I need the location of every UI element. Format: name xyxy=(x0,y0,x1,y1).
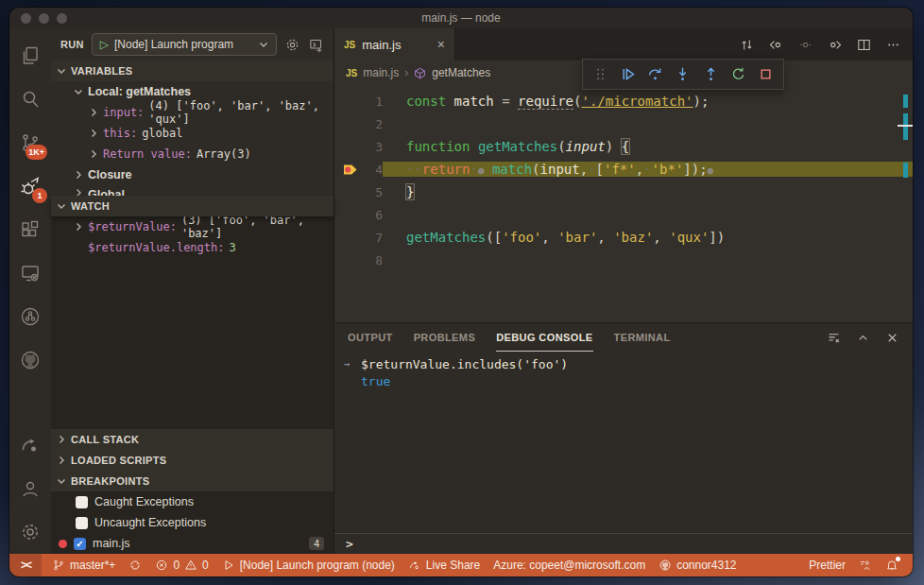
launch-config-dropdown[interactable]: ▷ [Node] Launch program xyxy=(92,33,277,56)
more-actions-icon[interactable] xyxy=(885,37,901,53)
clear-console-icon[interactable] xyxy=(827,331,841,345)
breakpoint-gutter[interactable] xyxy=(339,163,362,177)
panel-tab-terminal[interactable]: TERMINAL xyxy=(614,323,671,352)
tree-row[interactable]: Global xyxy=(51,185,334,196)
tree-row[interactable]: $returnValue:(3) ['foo', 'bar', 'baz'] xyxy=(51,216,334,237)
window-title: main.js — node xyxy=(9,11,913,25)
restart-icon[interactable] xyxy=(729,65,747,83)
stop-icon[interactable] xyxy=(757,65,775,83)
breakpoint-label: Caught Exceptions xyxy=(94,495,194,508)
remote-explorer-icon[interactable] xyxy=(9,251,51,295)
line-number: 3 xyxy=(362,140,383,154)
step-into-icon[interactable] xyxy=(674,65,692,83)
git-branch-status[interactable]: master*+ xyxy=(45,554,122,576)
code-line[interactable]: 8 xyxy=(334,249,913,271)
console-prompt-icon: > xyxy=(346,537,353,551)
extensions-icon[interactable] xyxy=(9,208,51,251)
open-changes-icon[interactable] xyxy=(739,37,755,53)
chevron-down-icon xyxy=(74,87,83,96)
code-line[interactable]: 5 } xyxy=(334,181,913,203)
tree-row[interactable]: Return value:Array(3) xyxy=(51,144,334,164)
tree-row[interactable]: $returnValue.length:3 xyxy=(51,237,334,258)
breakpoint-count-badge: 4 xyxy=(309,537,324,550)
call-stack-section-header[interactable]: CALL STACK xyxy=(51,429,334,450)
code-line[interactable]: 7 getMatches(['foo', 'bar', 'baz', 'qux'… xyxy=(334,226,913,249)
code-line[interactable]: 1 const match = require('./micromatch'); xyxy=(334,90,913,112)
watch-section-header[interactable]: WATCH xyxy=(51,196,334,216)
split-editor-icon[interactable] xyxy=(856,37,872,53)
breakpoint-checkbox[interactable] xyxy=(76,496,88,508)
drag-handle-icon[interactable] xyxy=(591,65,609,83)
settings-gear-icon[interactable] xyxy=(9,510,51,554)
search-icon[interactable] xyxy=(9,77,51,121)
accounts-icon[interactable] xyxy=(9,467,51,510)
live-share-status[interactable]: Live Share xyxy=(402,554,487,576)
breadcrumb-separator: › xyxy=(404,66,408,79)
loaded-scripts-section-header[interactable]: LOADED SCRIPTS xyxy=(51,450,334,471)
breakpoint-row[interactable]: ✓ main.js 4 xyxy=(51,533,334,554)
variables-section-header[interactable]: VARIABLES xyxy=(51,60,334,81)
tree-row[interactable]: input:(4) ['foo', 'bar', 'baz', 'qux'] xyxy=(51,102,334,123)
debug-console-output[interactable]: →$returnValue.includes('foo') true xyxy=(334,352,913,533)
explorer-icon[interactable] xyxy=(9,34,51,77)
close-tab-icon[interactable]: × xyxy=(437,37,445,52)
breadcrumb-file[interactable]: main.js xyxy=(363,66,399,79)
github-account-status[interactable]: connor4312 xyxy=(652,554,743,576)
code-line[interactable]: 4 ··return·● match(input,·['f*',·'b*']);… xyxy=(334,158,913,181)
step-out-icon[interactable] xyxy=(702,65,720,83)
continue-icon[interactable] xyxy=(619,65,637,83)
sync-status[interactable] xyxy=(122,554,148,576)
start-debug-icon[interactable]: ▷ xyxy=(100,38,109,51)
navigate-back-icon[interactable] xyxy=(768,37,784,53)
console-line[interactable]: true xyxy=(334,372,913,389)
breakpoint-checkbox[interactable]: ✓ xyxy=(74,538,86,550)
live-share-icon xyxy=(408,559,421,572)
source-control-icon[interactable]: 1K+ xyxy=(9,121,51,164)
panel-tab-debug-console[interactable]: DEBUG CONSOLE xyxy=(496,323,592,352)
run-debug-icon[interactable]: 1 xyxy=(9,164,51,208)
debug-console-input[interactable]: > xyxy=(334,533,913,554)
remote-indicator[interactable]: >< xyxy=(9,554,42,576)
overview-ruler-mark xyxy=(903,163,908,178)
console-line[interactable]: →$returnValue.includes('foo') xyxy=(334,355,913,372)
network-circle-icon[interactable] xyxy=(9,295,51,338)
code-editor[interactable]: 1 const match = require('./micromatch');… xyxy=(334,85,913,322)
tree-row[interactable]: this:global xyxy=(51,123,334,144)
feedback-status[interactable] xyxy=(852,554,879,576)
launch-status[interactable]: [Node] Launch program (node) xyxy=(215,554,402,576)
notifications-status[interactable] xyxy=(879,554,905,576)
navigate-forward-icon[interactable] xyxy=(827,37,843,53)
variable-name: Return value: xyxy=(103,147,192,161)
github-icon[interactable] xyxy=(9,338,51,382)
debug-current-line-icon[interactable] xyxy=(343,163,358,177)
code-line[interactable]: 6 xyxy=(334,203,913,226)
debug-sidebar: RUN ▷ [Node] Launch program VARIABLES xyxy=(51,28,334,554)
step-over-icon[interactable] xyxy=(646,65,664,83)
panel-close-icon[interactable] xyxy=(885,331,899,345)
panel-tab-problems[interactable]: PROBLEMS xyxy=(414,323,476,352)
breakpoint-row[interactable]: Caught Exceptions xyxy=(51,491,334,512)
code-text: } xyxy=(383,184,913,199)
code-text: ··return·● match(input,·['f*',·'b*']);● xyxy=(383,162,913,177)
breakpoint-checkbox[interactable] xyxy=(76,517,88,529)
breadcrumb-symbol[interactable]: getMatches xyxy=(432,66,490,79)
panel-collapse-icon[interactable] xyxy=(856,331,870,345)
tree-row[interactable]: Closure xyxy=(51,164,334,185)
panel-tab-output[interactable]: OUTPUT xyxy=(348,323,393,352)
code-line[interactable]: 2 xyxy=(334,112,913,135)
overview-ruler-cursor xyxy=(898,125,913,127)
problems-status[interactable]: 0 0 xyxy=(148,554,214,576)
azure-account-status[interactable]: Azure: copeet@microsoft.com xyxy=(487,554,652,576)
live-share-activity-icon[interactable] xyxy=(9,423,51,467)
tab-main-js[interactable]: JS main.js × xyxy=(334,28,455,60)
breakpoint-row[interactable]: Uncaught Exceptions xyxy=(51,512,334,533)
prettier-status[interactable]: Prettier xyxy=(802,554,852,576)
git-branch-icon xyxy=(52,559,65,572)
debug-settings-gear-icon[interactable] xyxy=(284,37,300,53)
line-number: 6 xyxy=(362,208,383,222)
debug-console-toggle-icon[interactable] xyxy=(308,37,324,53)
code-line[interactable]: 3 function getMatches(input) { xyxy=(334,135,913,158)
console-result: true xyxy=(344,374,390,388)
remote-glyph: >< xyxy=(21,559,30,572)
breakpoints-section-header[interactable]: BREAKPOINTS xyxy=(51,471,334,491)
